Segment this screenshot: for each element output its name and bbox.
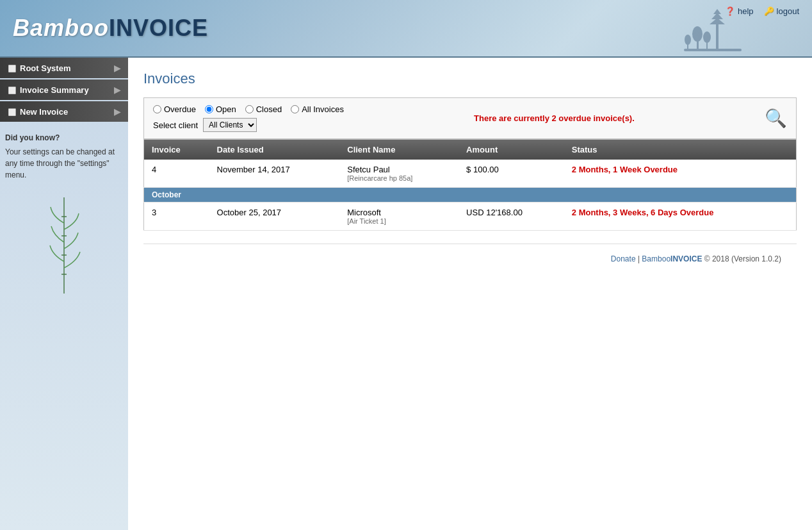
- layout: ▦Root System ▶ ▦Invoice Summary ▶ ▦New I…: [0, 58, 812, 530]
- col-invoice: Invoice: [144, 140, 209, 160]
- arrow-icon-3: ▶: [114, 107, 120, 117]
- radio-all[interactable]: All Invoices: [291, 104, 344, 114]
- footer: Donate | BambooInvoice © 2018 (Version 1…: [143, 244, 797, 274]
- month-label-october: October: [144, 188, 797, 203]
- sidebar-item-invoice-summary[interactable]: ▦Invoice Summary ▶: [0, 79, 128, 100]
- arrow-icon-2: ▶: [114, 85, 120, 95]
- grid-icon-3: ▦: [8, 106, 16, 117]
- cell-invoice-3: 3: [144, 203, 209, 231]
- svg-point-5: [692, 26, 702, 42]
- invoice-table: Invoice Date Issued Client Name Amount S…: [143, 139, 797, 231]
- month-group-october: October: [144, 188, 797, 203]
- sidebar-item-root-system[interactable]: ▦Root System ▶: [0, 58, 128, 78]
- client-select[interactable]: All Clients: [203, 118, 257, 132]
- did-you-know-text: Your settings can be changed at any time…: [5, 146, 123, 181]
- filter-select-row: Select client All Clients: [153, 118, 344, 132]
- svg-point-7: [703, 31, 711, 43]
- svg-point-9: [685, 35, 691, 45]
- help-link[interactable]: ❓ help: [725, 6, 754, 16]
- filter-bar: Overdue Open Closed All Invoices: [143, 97, 797, 139]
- search-button[interactable]: 🔍: [765, 108, 787, 129]
- radio-overdue[interactable]: Overdue: [153, 104, 196, 114]
- logo: BambooINVOICE: [13, 15, 208, 42]
- cell-client-4: Sfetcu Paul [Reincarcare hp 85a]: [339, 160, 459, 188]
- filter-left: Overdue Open Closed All Invoices: [153, 104, 344, 132]
- table-row[interactable]: 4 November 14, 2017 Sfetcu Paul [Reincar…: [144, 160, 797, 188]
- col-client: Client Name: [339, 140, 459, 160]
- did-you-know-box: Did you know? Your settings can be chang…: [5, 132, 123, 181]
- brand-invoice: Invoice: [670, 254, 702, 263]
- radio-all-input[interactable]: [291, 105, 299, 113]
- col-date: Date Issued: [209, 140, 340, 160]
- brand-bamboo: Bamboo: [642, 254, 670, 263]
- filter-radios: Overdue Open Closed All Invoices: [153, 104, 344, 114]
- copyright-text: © 2018 (Version 1.0.2): [704, 254, 781, 263]
- col-status: Status: [564, 140, 797, 160]
- header-nav: ❓ help 🔑 logout: [725, 6, 799, 16]
- radio-overdue-input[interactable]: [153, 105, 161, 113]
- sidebar: ▦Root System ▶ ▦Invoice Summary ▶ ▦New I…: [0, 58, 128, 530]
- logout-link[interactable]: 🔑 logout: [764, 6, 799, 16]
- radio-open[interactable]: Open: [205, 104, 236, 114]
- svg-rect-10: [684, 49, 742, 51]
- cell-date-4: November 14, 2017: [209, 160, 340, 188]
- table-row[interactable]: 3 October 25, 2017 Microsoft [Air Ticket…: [144, 203, 797, 231]
- table-header-row: Invoice Date Issued Client Name Amount S…: [144, 140, 797, 160]
- main-content: Invoices Overdue Open Closed: [128, 58, 812, 530]
- bamboo-decoration: [45, 191, 83, 294]
- logo-bamboo: BambooINVOICE: [13, 15, 208, 42]
- help-icon: ❓: [725, 6, 735, 16]
- radio-closed[interactable]: Closed: [245, 104, 282, 114]
- logout-icon: 🔑: [764, 6, 774, 16]
- sidebar-item-new-invoice[interactable]: ▦New Invoice ▶: [0, 101, 128, 122]
- svg-marker-3: [713, 9, 721, 14]
- cell-amount-4: $ 100.00: [459, 160, 564, 188]
- grid-icon: ▦: [8, 63, 16, 73]
- cell-amount-3: USD 12'168.00: [459, 203, 564, 231]
- grid-icon-2: ▦: [8, 85, 16, 95]
- page-title: Invoices: [143, 70, 797, 87]
- cell-status-4: 2 Months, 1 Week Overdue: [564, 160, 797, 188]
- did-you-know-title: Did you know?: [5, 132, 123, 144]
- arrow-icon: ▶: [114, 63, 120, 73]
- cell-client-3: Microsoft [Air Ticket 1]: [339, 203, 459, 231]
- cell-date-3: October 25, 2017: [209, 203, 340, 231]
- overdue-status-message: There are currently 2 overdue invoice(s)…: [474, 113, 635, 123]
- header: BambooINVOICE ❓ help 🔑 l: [0, 0, 812, 58]
- cell-status-3: 2 Months, 3 Weeks, 6 Days Overdue: [564, 203, 797, 231]
- brand-link[interactable]: BambooInvoice: [642, 254, 704, 263]
- cell-invoice-4: 4: [144, 160, 209, 188]
- radio-closed-input[interactable]: [245, 105, 254, 113]
- col-amount: Amount: [459, 140, 564, 160]
- donate-link[interactable]: Donate: [611, 254, 636, 263]
- radio-open-input[interactable]: [205, 105, 213, 113]
- select-client-label: Select client: [153, 120, 198, 130]
- svg-rect-0: [716, 24, 719, 50]
